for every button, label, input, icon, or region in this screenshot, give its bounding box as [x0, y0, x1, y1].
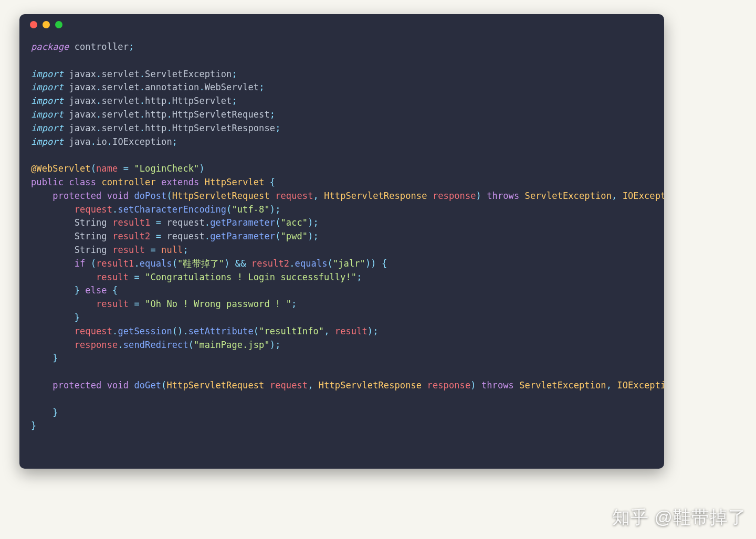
- minimize-icon[interactable]: [43, 21, 50, 28]
- code-block: package controller; import javax.servlet…: [19, 35, 664, 443]
- kw-import: import: [31, 69, 64, 79]
- code-window: package controller; import javax.servlet…: [19, 14, 664, 469]
- maximize-icon[interactable]: [55, 21, 62, 28]
- watermark-text: 知乎 @鞋带掉了: [612, 505, 747, 530]
- close-icon[interactable]: [30, 21, 37, 28]
- kw-package: package: [31, 41, 69, 52]
- annotation: @WebServlet: [31, 163, 91, 174]
- window-titlebar: [19, 14, 664, 35]
